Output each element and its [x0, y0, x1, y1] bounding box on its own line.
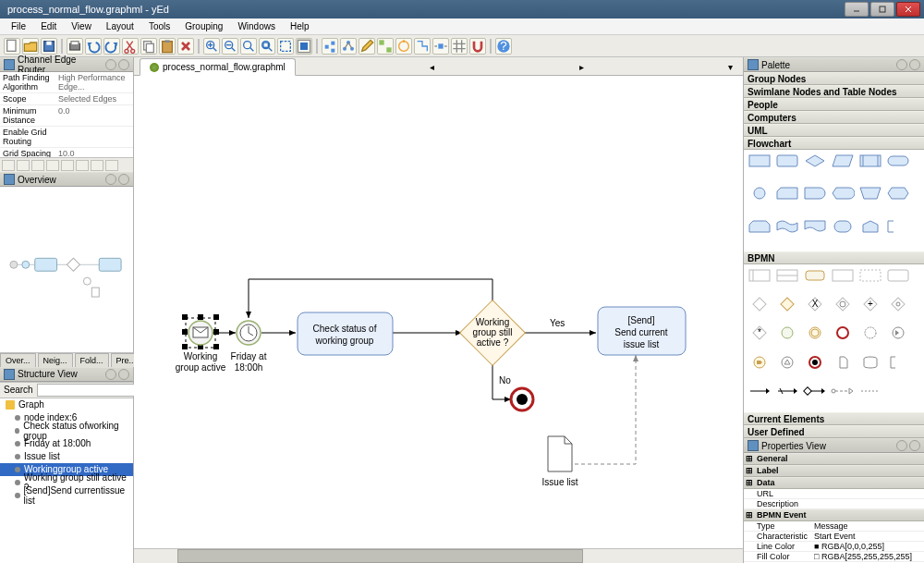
shape-data[interactable]	[831, 153, 855, 168]
props-section-header[interactable]: BPMN Event	[744, 509, 924, 521]
tool-button[interactable]	[61, 160, 74, 171]
palette-section[interactable]: People	[744, 98, 924, 111]
bpmn-event-signal[interactable]	[775, 355, 799, 370]
tab-nav-left-icon[interactable]: ◂	[430, 62, 443, 75]
panel-minimize-icon[interactable]	[105, 59, 116, 70]
tab-close-icon[interactable]: ▾	[728, 62, 741, 75]
tab-neighborhood[interactable]: Neig...	[38, 353, 73, 367]
property-row[interactable]: Path Finding AlgorithmHigh Performance E…	[0, 72, 133, 93]
open-button[interactable]	[22, 38, 39, 55]
shape-tape[interactable]	[775, 219, 799, 234]
orthogonal-button[interactable]	[414, 38, 431, 55]
structure-panel-header[interactable]: Structure View	[0, 367, 133, 382]
magnet-icon[interactable]	[469, 38, 486, 55]
bpmn-gateway[interactable]: Working group still active ?	[460, 300, 526, 366]
shape-delay[interactable]	[803, 186, 827, 201]
panel-minimize-icon[interactable]	[105, 174, 116, 185]
expand-icon[interactable]	[911, 113, 920, 122]
bpmn-default-flow[interactable]	[775, 384, 799, 398]
bpmn-task-check[interactable]: Check status of working group	[298, 312, 393, 355]
layout-button-1[interactable]	[322, 38, 338, 55]
expand-icon[interactable]	[911, 74, 920, 83]
menu-file[interactable]: File	[4, 19, 33, 33]
zoom-out-button[interactable]	[222, 38, 238, 55]
bpmn-gateway-complex[interactable]: *	[748, 325, 772, 340]
palette-section[interactable]: Current Elements	[744, 412, 924, 425]
shape-document[interactable]	[803, 219, 827, 234]
panel-minimize-icon[interactable]	[105, 369, 116, 380]
bpmn-intermediate-event[interactable]	[803, 325, 827, 340]
bpmn-boundary-event[interactable]	[858, 325, 882, 340]
props-section-header[interactable]: Data	[744, 477, 924, 489]
props-section-header[interactable]: Label	[744, 465, 924, 477]
help-button[interactable]: ?	[495, 38, 512, 55]
expand-icon[interactable]	[911, 427, 920, 436]
menu-grouping[interactable]: Grouping	[177, 19, 230, 33]
bpmn-gateway-parallel[interactable]: +	[858, 297, 882, 312]
property-row[interactable]: Fill Color□ RGBA[255,255,255,255]	[744, 552, 924, 562]
zoom-reset-button[interactable]	[240, 38, 257, 55]
shape-predefined[interactable]	[858, 153, 882, 168]
bpmn-timer-event[interactable]: Friday at 18:00h	[231, 321, 267, 373]
tool-button[interactable]	[46, 160, 59, 171]
palette-section-flowchart[interactable]: Flowchart	[744, 137, 924, 150]
bpmn-lane[interactable]	[775, 268, 799, 283]
property-row[interactable]: Description	[744, 499, 924, 509]
edge-router-panel-header[interactable]: Channel Edge Router	[0, 57, 133, 72]
panel-close-icon[interactable]	[909, 59, 920, 70]
bpmn-start-event[interactable]	[775, 325, 799, 340]
palette-section[interactable]: Group Nodes	[744, 72, 924, 85]
bpmn-gateway-exclusive[interactable]: X	[803, 297, 827, 312]
overview-panel-header[interactable]: Overview	[0, 172, 133, 187]
expand-icon[interactable]	[911, 100, 920, 109]
snap-button[interactable]	[432, 38, 449, 55]
panel-close-icon[interactable]	[909, 440, 920, 451]
expand-icon[interactable]	[911, 139, 920, 148]
print-button[interactable]	[67, 38, 83, 55]
menu-view[interactable]: View	[64, 19, 99, 33]
shape-prep[interactable]	[886, 186, 910, 201]
tree-item[interactable]: Check status ofworking group	[0, 424, 133, 437]
grid-button[interactable]	[451, 38, 468, 55]
bpmn-data-object[interactable]: Issue list	[542, 436, 578, 487]
property-row[interactable]: URL	[744, 489, 924, 499]
property-row[interactable]: TypeMessage	[744, 521, 924, 532]
shape-display[interactable]	[831, 186, 855, 201]
property-row[interactable]: ScopeSelected Edges	[0, 93, 133, 105]
bpmn-gateway-inclusive[interactable]	[886, 297, 910, 312]
shape-process[interactable]	[748, 153, 772, 168]
bpmn-event-subprocess[interactable]	[886, 268, 910, 283]
edit-mode-button[interactable]	[359, 38, 375, 55]
expand-icon[interactable]	[911, 253, 920, 263]
horizontal-scrollbar[interactable]	[134, 548, 743, 563]
bpmn-gateway[interactable]	[775, 297, 799, 312]
panel-close-icon[interactable]	[118, 59, 129, 70]
redo-button[interactable]	[103, 38, 120, 55]
zoom-in-button[interactable]	[203, 38, 220, 55]
shape-card[interactable]	[775, 186, 799, 201]
bpmn-gateway-empty[interactable]	[748, 297, 772, 312]
property-row[interactable]: Enable Grid Routing	[0, 127, 133, 148]
bpmn-event-link[interactable]	[748, 355, 772, 370]
menu-windows[interactable]: Windows	[230, 19, 283, 33]
fit-content-button[interactable]	[296, 38, 312, 55]
shape-manual-op[interactable]	[858, 186, 882, 201]
palette-section[interactable]: Swimlane Nodes and Table Nodes	[744, 85, 924, 98]
close-button[interactable]	[896, 2, 920, 17]
minimize-button[interactable]	[845, 2, 869, 17]
layout-button-2[interactable]	[340, 38, 357, 55]
tool-button[interactable]	[76, 160, 89, 171]
panel-close-icon[interactable]	[118, 174, 129, 185]
cut-button[interactable]	[122, 38, 139, 55]
expand-icon[interactable]	[911, 126, 920, 135]
expand-icon[interactable]	[911, 87, 920, 96]
bpmn-group[interactable]	[858, 268, 882, 283]
panel-minimize-icon[interactable]	[896, 59, 907, 70]
props-section-header[interactable]: General	[744, 453, 924, 465]
property-row[interactable]: CharacteristicStart Event	[744, 532, 924, 542]
tool-button[interactable]	[17, 160, 30, 171]
menu-edit[interactable]: Edit	[33, 19, 64, 33]
property-row[interactable]: Grid Spacing10.0	[0, 148, 133, 157]
copy-button[interactable]	[140, 38, 157, 55]
search-input[interactable]	[37, 384, 146, 397]
